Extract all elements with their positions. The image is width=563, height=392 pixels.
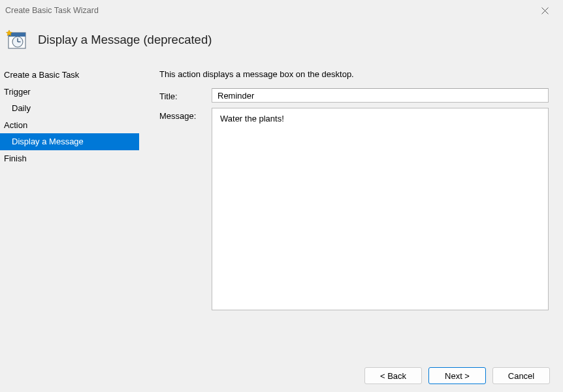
wizard-sidebar: Create a Basic Task Trigger Daily Action… — [0, 67, 159, 316]
cancel-button[interactable]: Cancel — [492, 367, 550, 384]
wizard-page-title: Display a Message (deprecated) — [38, 33, 212, 47]
wizard-content: This action displays a message box on th… — [159, 67, 563, 316]
title-row: Title: — [159, 88, 549, 103]
wizard-footer: < Back Next > Cancel — [364, 367, 550, 384]
next-button[interactable]: Next > — [428, 367, 486, 384]
sidebar-item-daily[interactable]: Daily — [0, 100, 159, 117]
sidebar-item-trigger[interactable]: Trigger — [0, 84, 159, 101]
message-textarea[interactable] — [212, 108, 549, 310]
action-description: This action displays a message box on th… — [159, 67, 549, 88]
titlebar: Create Basic Task Wizard — [0, 0, 563, 21]
message-row: Message: — [159, 108, 549, 310]
sidebar-item-display-a-message[interactable]: Display a Message — [0, 133, 139, 150]
wizard-header-icon — [5, 29, 27, 51]
wizard-body: Create a Basic Task Trigger Daily Action… — [0, 67, 563, 316]
back-button[interactable]: < Back — [364, 367, 422, 384]
window-title: Create Basic Task Wizard — [5, 6, 99, 15]
sidebar-item-create-basic-task[interactable]: Create a Basic Task — [0, 67, 159, 84]
wizard-header: Display a Message (deprecated) — [0, 21, 563, 67]
message-label: Message: — [159, 108, 212, 121]
wizard-window: Create Basic Task Wizard Display a Messa… — [0, 0, 563, 392]
sidebar-item-action[interactable]: Action — [0, 117, 159, 134]
sidebar-item-finish[interactable]: Finish — [0, 150, 159, 167]
title-input[interactable] — [212, 88, 549, 103]
close-icon — [541, 7, 549, 14]
title-label: Title: — [159, 88, 212, 101]
close-button[interactable] — [533, 1, 556, 20]
